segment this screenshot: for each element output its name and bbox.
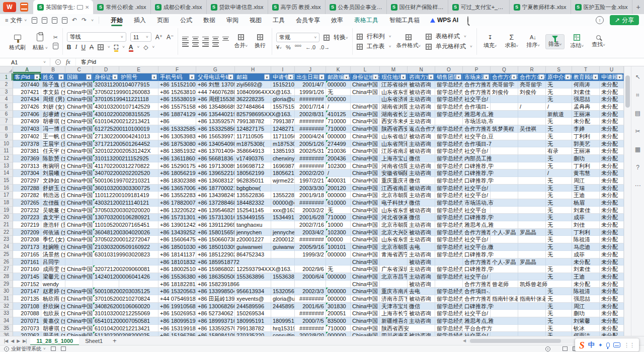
conditional-format-button[interactable]: 条件格式˅ (394, 34, 423, 49)
cell-F17[interactable]: +86 13552283 (158, 192, 196, 199)
document-tab-7[interactable]: S可过_支付宝+_滴滴 (448, 0, 510, 14)
wrap-button[interactable]: 换行 (253, 34, 268, 49)
upload-cloud-icon[interactable]: ↑ (596, 16, 604, 24)
cell-P32[interactable]: 口碑推荐,学 (463, 303, 491, 310)
header-cell-G[interactable]: 父母电话号码▾ (196, 73, 235, 81)
cell-F13[interactable]: +86 15290175 (158, 162, 196, 170)
cell-U15[interactable]: 未分配 (600, 177, 624, 185)
cell-J32[interactable]: 2001/6/6 (295, 303, 326, 310)
cell-N29[interactable]: 被动咨询 (408, 281, 435, 288)
header-cell-N[interactable]: 咨询方式▾ (408, 73, 435, 81)
cell-Q20[interactable] (491, 214, 518, 221)
cell-D25[interactable]: 630103199903020823 (93, 251, 119, 258)
cell-B24[interactable]: 桂婉唯 (女 (41, 243, 65, 251)
cell-Q35[interactable] (491, 325, 518, 332)
cell-A26[interactable]: 207161 (13, 258, 41, 266)
cell-G36[interactable]: +86 1580841099 (196, 332, 235, 336)
row-number-20[interactable]: 20 (0, 214, 13, 221)
format-painter-button[interactable]: 格式刷 (7, 32, 28, 51)
cell-P18[interactable]: 市场活动,市 (463, 199, 491, 207)
cell-R5[interactable]: / (518, 103, 546, 111)
cell-S6[interactable]: 新航道 (546, 111, 572, 118)
cell-I34[interactable]: 180995191 (271, 317, 295, 325)
cell-U21[interactable]: 未分配 (600, 221, 624, 229)
row-number-35[interactable]: 35 (0, 325, 13, 332)
cell-H10[interactable]: m1875308( (235, 140, 271, 148)
column-header-E[interactable]: E (119, 66, 158, 73)
cell-J8[interactable]: ######## (295, 125, 326, 133)
cell-G33[interactable]: +86 52734062 (196, 310, 235, 317)
header-cell-Q[interactable]: 合作方公司▾ (491, 73, 518, 81)
cell-B11[interactable]: 任天宇 (女 (41, 147, 65, 155)
cell-N23[interactable]: 主动咨询 (408, 236, 435, 243)
row-number-25[interactable]: 25 (0, 251, 13, 258)
cell-G2[interactable]: +86 刘慧 137052 (196, 81, 235, 89)
column-header-D[interactable]: D (93, 66, 119, 73)
document-tab-6[interactable]: S国任财产保险样本.x (387, 0, 448, 14)
paste-button[interactable]: 粘贴 ˅ (31, 32, 50, 51)
cell-Q30[interactable] (491, 288, 518, 295)
filter-dropdown-icon[interactable]: ▾ (593, 74, 598, 80)
cell-B32[interactable]: 舒欣娴 (女 (41, 303, 65, 310)
cell-R22[interactable]: 罗晶晶 (518, 229, 546, 236)
cell-S31[interactable]: 无 (546, 295, 572, 303)
cell-Q10[interactable] (491, 140, 518, 148)
cell-R36[interactable] (518, 332, 546, 336)
cell-I25[interactable] (271, 251, 295, 258)
cell-T27[interactable]: 刘素佳 (572, 266, 600, 273)
cell-J31[interactable]: ######## (295, 295, 326, 303)
cell-style-button[interactable]: 单元格样式˅ (426, 42, 472, 51)
cell-H29[interactable] (235, 281, 271, 288)
cell-F6[interactable]: +86 18874129 (158, 111, 196, 118)
cell-T11[interactable]: 王丽淋 (572, 147, 600, 155)
column-header-R[interactable]: R (518, 66, 546, 73)
row-number-26[interactable]: 26 (0, 258, 13, 266)
functions-icon[interactable]: − (55, 59, 61, 65)
cell-H25[interactable]: 864752343 (235, 251, 271, 258)
filter-dropdown-icon[interactable]: ▾ (565, 74, 571, 80)
filter-dropdown-icon[interactable]: ▾ (228, 74, 233, 80)
cell-G34[interactable]: +86 1899937166 (196, 317, 235, 325)
cell-C24[interactable]: China中国 (65, 243, 93, 251)
cell-R26[interactable]: 罗晶晶 (518, 258, 546, 266)
cell-T32[interactable]: 周江 (572, 303, 600, 310)
cell-N8[interactable]: 返点合作方 (408, 125, 435, 133)
column-header-H[interactable]: H (235, 66, 271, 73)
cell-G10[interactable]: +86 1340540988 (196, 140, 235, 148)
cell-K13[interactable]: 102300 (326, 162, 351, 170)
cell-J18[interactable]: ######## (295, 199, 326, 207)
cell-T30[interactable]: 陈祖清 (572, 288, 600, 295)
cell-I21[interactable] (271, 221, 295, 229)
cell-O18[interactable]: 留学总经办 (435, 199, 463, 207)
cell-Q32[interactable] (491, 303, 518, 310)
cell-R9[interactable] (518, 133, 546, 140)
cell-D7[interactable]: 610104200212213421 (93, 118, 119, 125)
filter-dropdown-icon[interactable]: ▾ (58, 74, 64, 80)
cell-K4[interactable]: 000000 (326, 96, 351, 103)
cell-K20[interactable]: 710000 (326, 214, 351, 221)
cell-G11[interactable]: +86 1370140948 (196, 147, 235, 155)
cell-A32[interactable]: 207108 (13, 303, 41, 310)
cell-O9[interactable]: 留学总经办 (435, 133, 463, 140)
cell-L3[interactable]: China中国 (351, 89, 380, 96)
name-box-dropdown-icon[interactable]: ˅ (43, 60, 46, 64)
cell-F32[interactable]: +86 19910568 (158, 303, 196, 310)
cell-L23[interactable]: China中国 (351, 236, 380, 243)
cell-G8[interactable]: +86 1533258500 (196, 125, 235, 133)
cell-M9[interactable]: 山东省临沂 (380, 133, 408, 140)
cell-L34[interactable]: China中国 (351, 317, 380, 325)
print-icon[interactable] (52, 17, 57, 24)
cell-M3[interactable]: 山东省东营 (380, 89, 408, 96)
cell-L26[interactable]: China中国 (351, 258, 380, 266)
cell-Q28[interactable] (491, 273, 518, 281)
cell-T36[interactable]: 何雨洁 (572, 332, 600, 336)
cell-R4[interactable] (518, 96, 546, 103)
cell-N26[interactable]: 被动咨询 (408, 258, 435, 266)
menu-item-8[interactable]: 会员专享 (290, 14, 326, 26)
row-number-3[interactable]: 3 (0, 89, 13, 96)
cell-G12[interactable]: +86 56681836 (196, 155, 235, 162)
cell-A23[interactable]: 207208 (13, 236, 41, 243)
sogou-logo-icon[interactable]: S (579, 340, 585, 350)
wps-logo-icon[interactable]: W (3, 2, 16, 12)
cell-R23[interactable] (518, 236, 546, 243)
